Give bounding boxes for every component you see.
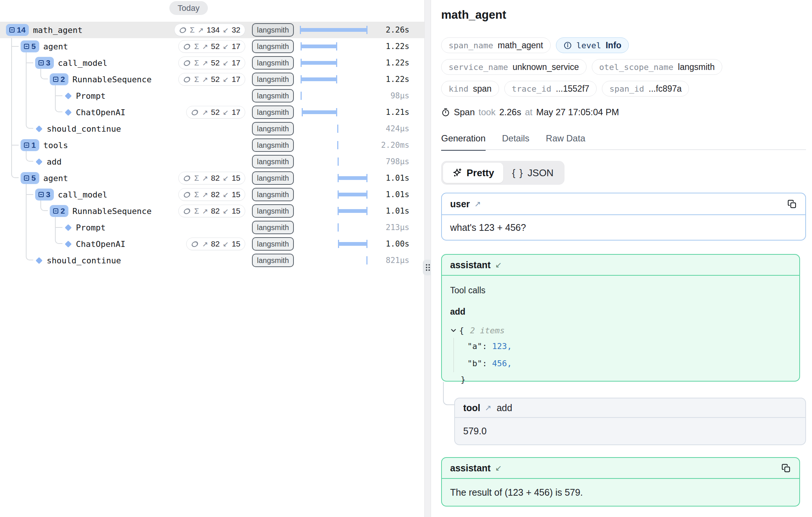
span-tree-row[interactable]: 2RunnableSequenceΣ↗82↙15langsmith1.01s bbox=[0, 203, 424, 219]
collapse-count-badge[interactable]: 1 bbox=[21, 139, 39, 151]
span-tree-row[interactable]: 2RunnableSequenceΣ↗52↙17langsmith1.22s bbox=[0, 71, 424, 88]
pretty-toggle-button[interactable]: Pretty bbox=[443, 163, 503, 183]
stopwatch-icon bbox=[441, 108, 450, 117]
attribute-pill-span_name: span_namemath_agent bbox=[441, 37, 551, 53]
span-duration-summary: Span took 2.26s at May 27 17:05:04 PM bbox=[441, 107, 619, 117]
copy-button[interactable] bbox=[781, 463, 791, 473]
span-tree-row[interactable]: 5agentΣ↗82↙15langsmith1.01s bbox=[0, 170, 424, 186]
span-name-label: Prompt bbox=[76, 91, 105, 101]
coin-icon bbox=[191, 240, 199, 248]
collapse-minus-icon bbox=[24, 175, 29, 181]
langsmith-tag[interactable]: langsmith bbox=[252, 188, 294, 201]
span-duration: 424µs bbox=[386, 120, 409, 137]
token-usage-badge: Σ↗82↙15 bbox=[178, 172, 245, 184]
duration-gantt bbox=[300, 120, 367, 137]
attribute-pill-row: service_nameunknown_serviceotel_scope_na… bbox=[441, 59, 722, 75]
chevron-down-icon[interactable] bbox=[450, 327, 457, 334]
collapse-count-badge[interactable]: 5 bbox=[21, 172, 39, 184]
collapse-count-badge[interactable]: 2 bbox=[50, 73, 68, 85]
span-duration: 1.01s bbox=[386, 186, 409, 203]
collapse-count-badge[interactable]: 14 bbox=[6, 24, 29, 36]
langsmith-tag[interactable]: langsmith bbox=[252, 73, 294, 86]
leaf-diamond-icon bbox=[64, 224, 72, 231]
input-arrow-icon: ↗ bbox=[202, 190, 208, 199]
role-label: user bbox=[450, 199, 470, 209]
coin-icon bbox=[183, 174, 191, 182]
langsmith-tag[interactable]: langsmith bbox=[252, 40, 294, 53]
tab-generation[interactable]: Generation bbox=[441, 133, 486, 151]
langsmith-tag[interactable]: langsmith bbox=[252, 122, 294, 135]
collapse-count-badge[interactable]: 5 bbox=[21, 40, 39, 52]
span-tree-row[interactable]: 3call_modelΣ↗52↙17langsmith1.22s bbox=[0, 55, 424, 71]
langsmith-tag[interactable]: langsmith bbox=[252, 171, 294, 185]
langsmith-tag[interactable]: langsmith bbox=[252, 221, 294, 234]
sigma-icon: Σ bbox=[194, 42, 199, 51]
collapse-count-badge[interactable]: 3 bbox=[35, 189, 54, 201]
sparkle-icon bbox=[452, 168, 462, 178]
output-arrow-icon: ↙ bbox=[223, 59, 229, 67]
langsmith-tag[interactable]: langsmith bbox=[252, 23, 294, 37]
user-message-card: user ↗ what's 123 + 456? bbox=[441, 193, 806, 241]
info-icon bbox=[563, 41, 572, 50]
collapse-minus-icon bbox=[9, 27, 15, 33]
collapse-count-badge[interactable]: 2 bbox=[50, 205, 68, 217]
span-tree-row[interactable]: addlangsmith798µs bbox=[0, 153, 424, 170]
output-arrow-icon: ↙ bbox=[223, 190, 229, 199]
langsmith-tag[interactable]: langsmith bbox=[252, 254, 294, 267]
today-badge[interactable]: Today bbox=[169, 1, 208, 15]
coin-icon bbox=[183, 207, 191, 215]
assistant-answer-content: The result of (123 + 456) is 579. bbox=[442, 479, 799, 506]
copy-button[interactable] bbox=[787, 199, 797, 209]
output-arrow-icon: ↙ bbox=[495, 464, 502, 472]
input-arrow-icon: ↗ bbox=[202, 75, 208, 84]
langsmith-tag[interactable]: langsmith bbox=[252, 138, 294, 152]
trace-tree-panel: Today 14math_agentΣ↗134↙32langsmith2.26s… bbox=[0, 0, 424, 517]
output-arrow-icon: ↙ bbox=[495, 260, 502, 269]
span-tree-row[interactable]: 5agentΣ↗52↙17langsmith1.22s bbox=[0, 38, 424, 55]
langsmith-tag[interactable]: langsmith bbox=[252, 56, 294, 70]
span-tree-row[interactable]: should_continuelangsmith424µs bbox=[0, 120, 424, 137]
span-tree-row[interactable]: should_continuelangsmith821µs bbox=[0, 252, 424, 269]
duration-gantt bbox=[300, 104, 367, 120]
span-tree-row[interactable]: Promptlangsmith98µs bbox=[0, 88, 424, 104]
span-tree-row[interactable]: ChatOpenAI↗82↙15langsmith1.00s bbox=[0, 236, 424, 252]
duration-gantt bbox=[300, 203, 367, 219]
input-arrow-icon: ↗ bbox=[202, 42, 208, 51]
span-tree-row[interactable]: 3call_modelΣ↗82↙15langsmith1.01s bbox=[0, 186, 424, 203]
span-duration: 1.00s bbox=[386, 236, 409, 252]
span-name-label: math_agent bbox=[33, 25, 82, 35]
langsmith-tag[interactable]: langsmith bbox=[252, 204, 294, 218]
tool-result-header: tool ↗ add bbox=[455, 398, 805, 418]
langsmith-tag[interactable]: langsmith bbox=[252, 237, 294, 251]
user-message-header: user ↗ bbox=[442, 193, 805, 215]
span-name-label: call_model bbox=[58, 58, 107, 68]
json-toggle-button[interactable]: { } JSON bbox=[503, 163, 563, 183]
duration-gantt bbox=[300, 137, 367, 153]
span-duration: 2.20ms bbox=[381, 137, 409, 153]
role-label: assistant bbox=[450, 463, 490, 474]
tab-details[interactable]: Details bbox=[502, 133, 529, 151]
span-tree-row[interactable]: 14math_agentΣ↗134↙32langsmith2.26s bbox=[0, 22, 424, 38]
attribute-pill-otel_scope_name: otel_scope_namelangsmith bbox=[592, 59, 722, 75]
duration-gantt bbox=[300, 55, 367, 71]
langsmith-tag[interactable]: langsmith bbox=[252, 105, 294, 119]
coin-icon bbox=[179, 26, 187, 34]
langsmith-tag[interactable]: langsmith bbox=[252, 89, 294, 103]
span-name-label: Prompt bbox=[76, 223, 105, 232]
span-tree-row[interactable]: Promptlangsmith213µs bbox=[0, 219, 424, 236]
span-name-label: RunnableSequence bbox=[73, 75, 152, 84]
input-arrow-icon: ↗ bbox=[202, 174, 208, 183]
collapse-minus-icon bbox=[24, 143, 29, 148]
langsmith-tag[interactable]: langsmith bbox=[252, 155, 294, 168]
span-tree-row[interactable]: ChatOpenAI↗52↙17langsmith1.21s bbox=[0, 104, 424, 120]
attribute-pill-service_name: service_nameunknown_service bbox=[441, 59, 587, 75]
tab-raw-data[interactable]: Raw Data bbox=[546, 133, 585, 151]
sigma-icon: Σ bbox=[190, 25, 195, 34]
span-duration: 1.22s bbox=[386, 71, 409, 88]
token-usage-badge: ↗52↙17 bbox=[186, 106, 245, 119]
attribute-pill-kind: kindspan bbox=[441, 81, 499, 97]
collapse-count-badge[interactable]: 3 bbox=[35, 57, 54, 69]
span-duration: 213µs bbox=[386, 219, 409, 236]
span-tree-row[interactable]: 1toolslangsmith2.20ms bbox=[0, 137, 424, 153]
leaf-diamond-icon bbox=[35, 158, 43, 165]
